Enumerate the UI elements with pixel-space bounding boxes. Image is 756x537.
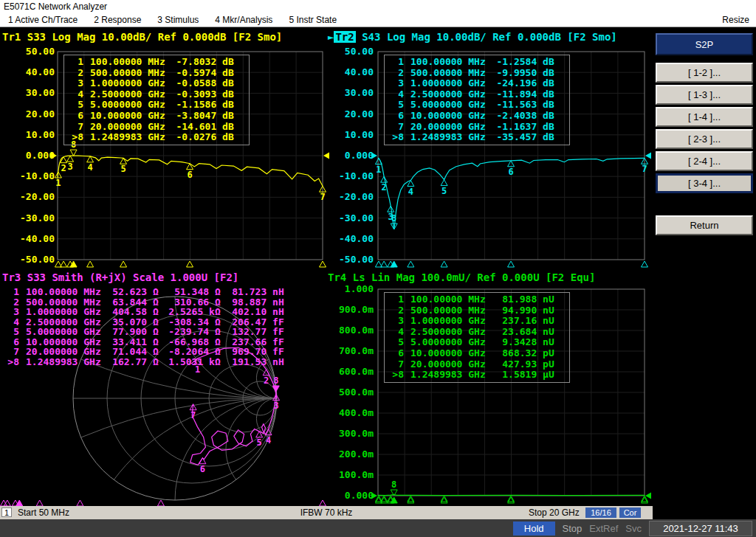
marker-triangle — [120, 158, 127, 164]
menu-active-ch-trace[interactable]: 1 Active Ch/Trace — [0, 15, 86, 25]
marker-number: 2 — [382, 182, 387, 193]
marker-number: 1 — [195, 364, 200, 375]
marker-number: 8 — [391, 479, 396, 490]
softkey-menu-title: S2P — [656, 33, 753, 55]
softkey-3-4[interactable]: [ 3-4 ]... — [656, 173, 753, 193]
marker-triangle — [70, 261, 77, 267]
menu-stimulus[interactable]: 3 Stimulus — [149, 15, 207, 25]
graticule-tr2: 12345678 — [371, 52, 651, 267]
marker-number: 8 — [273, 375, 278, 386]
marker-number: 5 — [257, 437, 262, 448]
marker-number: 7 — [320, 192, 325, 202]
marker-number: 6 — [508, 167, 513, 177]
marker-triangle — [408, 261, 414, 267]
softkey-2-3[interactable]: [ 2-3 ]... — [656, 129, 753, 149]
marker-triangle — [77, 500, 83, 506]
marker-triangle — [61, 157, 67, 163]
marker-number: 8 — [391, 213, 396, 224]
marker-number: 2 — [264, 375, 269, 386]
window-title: E5071C Network Analyzer — [4, 1, 107, 12]
marker-number: 2 — [61, 163, 66, 173]
marker-triangle — [508, 261, 515, 267]
marker-triangle — [157, 500, 164, 506]
menu-bar: 1 Active Ch/Trace 2 Response 3 Stimulus … — [0, 13, 756, 27]
ref-level-arrow-right — [645, 153, 651, 159]
marker-number: 5 — [441, 186, 447, 196]
softkey-1-4[interactable]: [ 1-4 ]... — [656, 107, 753, 127]
marker-number: 1 — [376, 164, 381, 175]
marker-number: 4 — [87, 162, 92, 173]
marker-triangle — [391, 261, 397, 267]
graticule-tr4: 8 — [371, 289, 651, 503]
trace-line-tr3 — [190, 347, 277, 465]
window-title-bar: E5071C Network Analyzer — [0, 0, 756, 13]
marker-triangle — [87, 261, 94, 267]
softkey-panel: S2P [ 1-2 ]... [ 1-3 ]... [ 1-4 ]... [ 2… — [653, 27, 756, 506]
marker-number: 5 — [120, 164, 126, 174]
marker-number: 4 — [408, 187, 413, 197]
marker-triangle — [320, 500, 326, 506]
marker-triangle — [67, 156, 74, 162]
ref-level-arrow-left — [371, 493, 377, 499]
sweep-start-label: Start 50 MHz — [18, 507, 69, 518]
menu-response[interactable]: 2 Response — [86, 15, 149, 25]
softkey-return[interactable]: Return — [656, 215, 753, 235]
marker-triangle — [36, 500, 43, 506]
marker-number: 3 — [67, 162, 72, 172]
marker-triangle — [187, 261, 193, 267]
marker-number: 7 — [642, 164, 647, 174]
marker-number: 3 — [273, 401, 278, 411]
menu-instr-state[interactable]: 5 Instr State — [281, 15, 345, 25]
ref-level-arrow-left — [371, 153, 377, 159]
marker-number: 6 — [200, 464, 205, 474]
marker-triangle — [320, 261, 326, 267]
softkey-1-2[interactable]: [ 1-2 ]... — [656, 63, 753, 83]
softkey-2-4[interactable]: [ 2-4 ]... — [656, 151, 753, 171]
status-bar: 1 Start 50 MHz IFBW 70 kHz Stop 20 GHz 1… — [0, 506, 653, 519]
graticule-tr1: 12345678 — [51, 52, 329, 267]
marker-triangle — [441, 261, 447, 267]
marker-triangle — [441, 180, 447, 186]
datetime-display: 2021-12-27 11:43 — [649, 521, 752, 536]
menu-mkr-analysis[interactable]: 4 Mkr/Analysis — [207, 15, 281, 25]
trigger-hold-indicator: Hold — [513, 522, 555, 536]
ref-level-arrow-right — [323, 153, 329, 159]
ifbw-label: IFBW 70 kHz — [260, 507, 393, 518]
sweep-stop-indicator: Stop — [563, 523, 583, 534]
channel-indicator: 1 — [1, 507, 12, 517]
correction-badge: Cor — [619, 507, 641, 518]
marker-number: 6 — [187, 170, 192, 180]
system-status-bar: Hold Stop ExtRef Svc 2021-12-27 11:43 — [0, 519, 756, 537]
marker-triangle — [642, 261, 648, 267]
marker-number: 1 — [55, 178, 61, 188]
marker-number: 8 — [71, 139, 76, 150]
softkey-1-3[interactable]: [ 1-3 ]... — [656, 85, 753, 105]
marker-number: 7 — [190, 410, 196, 420]
extref-indicator: ExtRef — [589, 523, 618, 534]
svc-indicator: Svc — [625, 523, 642, 534]
marker-number: 4 — [266, 435, 271, 446]
ref-level-arrow-left — [51, 153, 57, 159]
sweep-stop-label: Stop 20 GHz — [529, 507, 580, 518]
analyzer-display: 1234567812345678123456788 — [0, 0, 756, 537]
marker-triangle — [120, 261, 127, 267]
marker-triangle — [70, 150, 77, 156]
average-count-badge: 16/16 — [585, 507, 616, 518]
menu-resize[interactable]: Resize — [714, 15, 756, 25]
